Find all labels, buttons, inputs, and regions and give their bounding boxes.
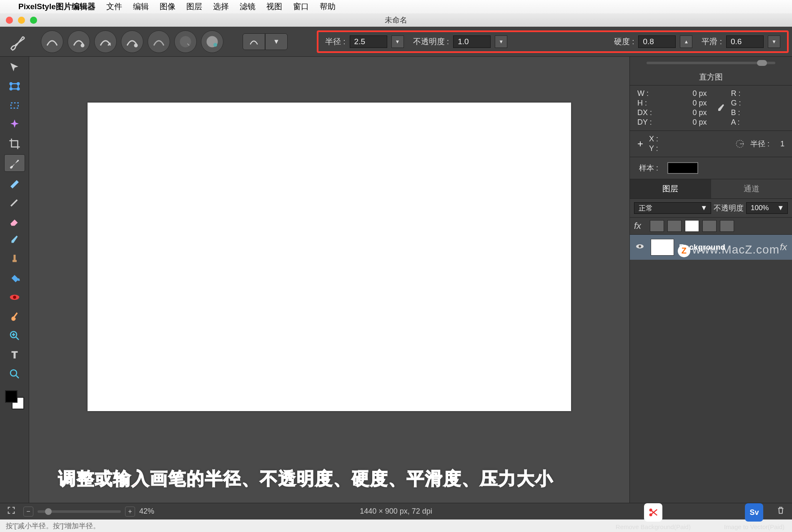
wand-tool[interactable] xyxy=(4,116,25,133)
param-radius: 半径 : 2.5 ▼ xyxy=(325,35,404,48)
visibility-icon[interactable] xyxy=(635,241,646,253)
radius-input[interactable]: 2.5 xyxy=(350,35,387,48)
transform-tool[interactable] xyxy=(4,78,25,95)
menu-edit[interactable]: 编辑 xyxy=(133,1,149,12)
brush-mode-dropdown[interactable]: ▼ xyxy=(265,33,288,50)
canvas-area[interactable] xyxy=(29,57,629,503)
brush-presets xyxy=(41,30,223,53)
info-panel: W :0 px H :0 px DX :0 px DY :0 px R : G … xyxy=(630,85,792,131)
stamp-tool[interactable] xyxy=(4,250,25,268)
opacity-stepper[interactable]: ▼ xyxy=(495,35,507,48)
layer-thumb-5[interactable] xyxy=(720,220,734,232)
layer-thumb-4[interactable] xyxy=(702,220,717,232)
magnify-tool[interactable] xyxy=(4,365,25,383)
menu-file[interactable]: 文件 xyxy=(106,1,122,12)
svg-point-17 xyxy=(639,245,641,248)
bucket-tool[interactable] xyxy=(4,269,25,287)
shortcut-remove-bg[interactable]: Remove Background(Paid) xyxy=(616,503,691,530)
brush-mode-button[interactable] xyxy=(243,33,265,50)
menu-window[interactable]: 窗口 xyxy=(293,1,309,12)
crop-tool[interactable] xyxy=(4,135,25,153)
smooth-stepper[interactable]: ▼ xyxy=(768,35,780,48)
radius-label: 半径 : xyxy=(325,36,346,47)
foreground-color[interactable] xyxy=(5,390,18,403)
blend-mode-dropdown[interactable]: 正常▼ xyxy=(634,202,711,214)
shortcut-rb-label: Remove Background(Paid) xyxy=(616,523,691,530)
hardness-input[interactable]: 0.8 xyxy=(638,35,676,48)
layer-thumb-3[interactable] xyxy=(685,220,699,232)
menu-filter[interactable]: 滤镜 xyxy=(240,1,256,12)
window-titlebar: 未命名 xyxy=(0,13,792,27)
tab-layers[interactable]: 图层 xyxy=(630,179,711,198)
brush-preset-4[interactable] xyxy=(121,30,143,53)
menu-layer[interactable]: 图层 xyxy=(186,1,202,12)
maximize-button[interactable] xyxy=(30,17,37,24)
layer-item-background[interactable]: Background fx xyxy=(630,235,792,260)
opacity-input[interactable]: 1.0 xyxy=(453,35,491,48)
pencil-tool[interactable] xyxy=(4,193,25,210)
menu-help[interactable]: 帮助 xyxy=(320,1,336,12)
param-opacity: 不透明度 : 1.0 ▼ xyxy=(413,35,508,48)
info-dx-val: 0 px xyxy=(692,108,707,117)
smudge-tool[interactable] xyxy=(4,308,25,325)
fullscreen-icon[interactable] xyxy=(7,506,16,517)
svg-point-9 xyxy=(17,88,19,90)
document-dimensions: 1440 × 900 px, 72 dpi xyxy=(360,507,432,516)
tab-channels[interactable]: 通道 xyxy=(711,179,792,198)
text-tool[interactable] xyxy=(4,346,25,364)
right-panels: 直方图 W :0 px H :0 px DX :0 px DY :0 px R … xyxy=(629,57,792,503)
mac-menu-bar[interactable]: PixelStyle图片编辑器 文件 编辑 图像 图层 选择 滤镜 视图 窗口 … xyxy=(0,0,792,13)
svg-point-0 xyxy=(81,44,84,47)
info-rad-val: 1 xyxy=(774,140,784,148)
brush-preset-5[interactable] xyxy=(148,30,170,53)
layer-thumb-2[interactable] xyxy=(667,220,682,232)
brush-preset-6[interactable] xyxy=(174,30,197,53)
navigator-slider[interactable] xyxy=(630,57,792,69)
canvas[interactable] xyxy=(88,103,571,411)
layer-opacity-dropdown[interactable]: 100%▼ xyxy=(746,202,788,214)
shortcut-icons: Remove Background(Paid) Sv Image to Vect… xyxy=(616,503,784,530)
zoom-slider[interactable] xyxy=(38,510,121,513)
smooth-input[interactable]: 0.6 xyxy=(726,35,764,48)
eyedropper-tool[interactable] xyxy=(4,231,25,248)
window-title: 未命名 xyxy=(385,15,407,25)
brush-tool[interactable] xyxy=(4,154,25,172)
close-button[interactable] xyxy=(6,17,13,24)
layer-opacity-label: 不透明度 xyxy=(714,203,744,213)
info-g-label: G : xyxy=(731,99,741,108)
move-tool[interactable] xyxy=(4,58,25,76)
histogram-header[interactable]: 直方图 xyxy=(630,69,792,85)
brush-preset-7[interactable] xyxy=(201,30,223,53)
redeye-tool[interactable] xyxy=(4,289,25,306)
hardness-stepper[interactable]: ▲ xyxy=(680,35,692,48)
menu-image[interactable]: 图像 xyxy=(160,1,175,12)
info-dy-val: 0 px xyxy=(692,118,707,127)
layer-thumb-1[interactable] xyxy=(650,220,664,232)
menu-select[interactable]: 选择 xyxy=(213,1,229,12)
smooth-label: 平滑 : xyxy=(702,36,722,47)
sample-swatch[interactable] xyxy=(667,162,698,174)
app-name[interactable]: PixelStyle图片编辑器 xyxy=(18,1,95,12)
zoom-tool[interactable] xyxy=(4,327,25,344)
shortcut-vector[interactable]: Sv Image to Vector(Paid) xyxy=(724,503,784,530)
info-r-label: R : xyxy=(731,89,741,98)
brush-mode-group: ▼ xyxy=(243,33,288,50)
eraser-tool[interactable] xyxy=(4,212,25,229)
fx-icon[interactable]: fx xyxy=(634,221,647,231)
menu-view[interactable]: 视图 xyxy=(266,1,282,12)
info-h-label: H : xyxy=(637,99,647,108)
param-hardness: 硬度 : 0.8 ▲ xyxy=(614,35,693,48)
marquee-tool[interactable] xyxy=(4,97,25,114)
paint-brush-tool[interactable] xyxy=(4,173,25,191)
zoom-out-button[interactable]: − xyxy=(23,507,33,517)
layer-fx-icon[interactable]: fx xyxy=(780,242,787,253)
layer-name[interactable]: Background xyxy=(679,243,775,252)
radius-stepper[interactable]: ▼ xyxy=(391,35,404,48)
color-swatch[interactable] xyxy=(5,390,24,409)
brush-tool-icon xyxy=(3,33,33,51)
brush-preset-2[interactable] xyxy=(68,30,90,53)
zoom-in-button[interactable]: + xyxy=(125,507,135,517)
minimize-button[interactable] xyxy=(18,17,25,24)
brush-preset-3[interactable] xyxy=(94,30,117,53)
brush-preset-1[interactable] xyxy=(41,30,63,53)
